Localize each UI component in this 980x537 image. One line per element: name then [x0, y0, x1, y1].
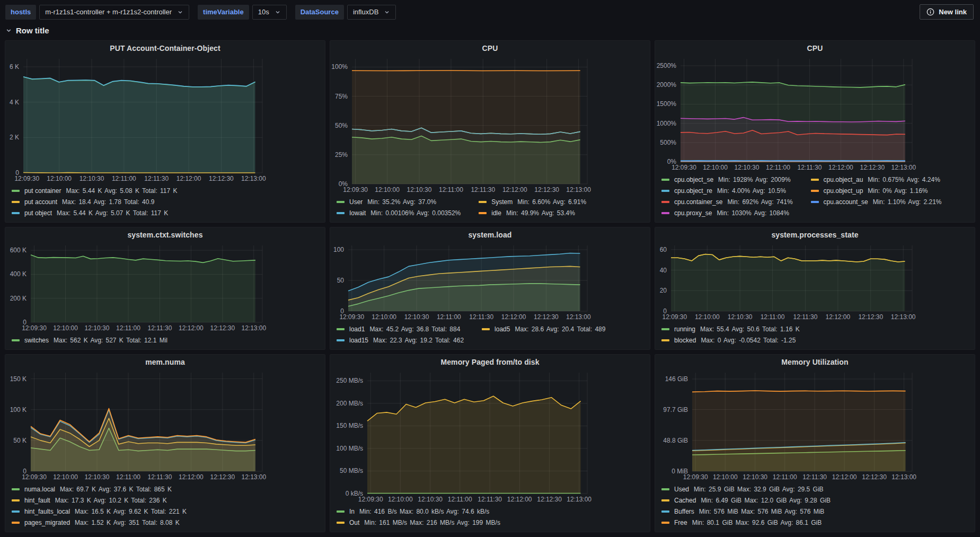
y-tick-label: 20 [660, 287, 667, 294]
x-tick-label: 12:12:00 [502, 186, 527, 193]
row-title: Row title [16, 26, 49, 35]
x-tick-label: 12:10:30 [418, 496, 443, 503]
x-tick-label: 12:12:00 [507, 496, 532, 503]
legend-item[interactable]: cpu.object_reMin: 4.00% Avg: 10.5% [661, 187, 793, 195]
time-series-plot[interactable]: 050100 [330, 242, 650, 311]
legend-item[interactable]: cpu.object_upMin: 0% Avg: 1.16% [811, 187, 942, 195]
x-tick-label: 12:11:30 [802, 473, 827, 481]
y-tick-label: 50 K [13, 437, 27, 444]
legend-item[interactable]: idleMin: 49.9% Avg: 53.4% [479, 209, 586, 217]
panel-header[interactable]: CPU [655, 41, 975, 56]
variable-value-dropdown[interactable]: influxDB [347, 5, 396, 20]
panel-header[interactable]: system.load [330, 227, 650, 242]
panel-header[interactable]: CPU [330, 41, 650, 56]
legend-item[interactable]: load1Max: 45.2 Avg: 36.8 Total: 884 [337, 325, 464, 333]
x-tick-label: 12:12:30 [210, 324, 235, 332]
legend-item[interactable]: numa.localMax: 69.7 K Avg: 37.6 K Total:… [12, 486, 187, 493]
x-tick-label: 12:09:30 [22, 473, 47, 481]
series-color-marker [12, 339, 20, 341]
legend-item[interactable]: cpu.object_auMin: 0.675% Avg: 4.24% [811, 176, 942, 183]
legend-item[interactable]: hint_faultMax: 17.3 K Avg: 10.2 K Total:… [12, 497, 187, 504]
series-color-marker [661, 328, 669, 330]
series-stats: Max: 0 Avg: -0.0542 Total: -1.25 [701, 337, 796, 344]
variable-value-dropdown[interactable]: m-r1z1s1-controller + m-r1z1s2-controlle… [39, 5, 189, 20]
legend-item[interactable]: FreeMin: 80.1 GiB Max: 92.6 GiB Avg: 86.… [661, 519, 831, 526]
series-name: cpu.object_re [674, 187, 712, 195]
y-tick-label: 250 MB/s [336, 377, 363, 384]
x-tick-label: 12:13:00 [891, 313, 916, 321]
panel-header[interactable]: system.processes_state [655, 227, 975, 242]
series-name: Used [674, 486, 689, 493]
new-link-button[interactable]: New link [920, 4, 974, 20]
x-tick-label: 12:12:30 [534, 186, 559, 193]
x-tick-label: 12:10:30 [85, 324, 110, 332]
legend-item[interactable]: runningMax: 55.4 Avg: 50.6 Total: 1.16 K [661, 325, 800, 333]
y-tick-label: 100 [333, 246, 344, 253]
series-color-marker [12, 488, 20, 490]
series-name: Cached [674, 497, 696, 504]
x-tick-label: 12:12:00 [828, 164, 853, 171]
row-header[interactable]: Row title [0, 22, 980, 40]
legend-item[interactable]: SystemMin: 6.60% Avg: 6.91% [479, 198, 586, 206]
chevron-down-icon [275, 9, 281, 15]
variable-value: 10s [258, 8, 269, 16]
panel-title: Memory Utilization [781, 358, 848, 366]
series-color-marker [811, 201, 819, 203]
time-series-plot[interactable]: 0204060 [655, 242, 975, 311]
time-series-plot[interactable]: 02 K4 K6 K [5, 56, 325, 173]
legend-item[interactable]: pages_migratedMax: 1.52 K Avg: 351 Total… [12, 519, 187, 526]
legend-item[interactable]: UsedMin: 25.9 GiB Max: 32.9 GiB Avg: 29.… [661, 486, 831, 493]
y-tick-label: 100 MB/s [336, 445, 363, 452]
variable-value: m-r1z1s1-controller + m-r1z1s2-controlle… [45, 8, 172, 16]
legend-item[interactable]: UserMin: 35.2% Avg: 37.0% [337, 198, 461, 206]
x-tick-label: 12:11:00 [437, 313, 461, 321]
legend-item[interactable]: put objectMax: 5.44 K Avg: 5.07 K Total:… [12, 209, 178, 217]
x-axis-labels: 12:09:3012:10:0012:10:3012:11:0012:11:30… [367, 494, 587, 505]
legend-item[interactable]: put containerMax: 5.44 K Avg: 5.08 K Tot… [12, 187, 178, 195]
legend-item[interactable]: cpu.object_seMin: 1928% Avg: 2009% [661, 176, 793, 183]
panel-header[interactable]: system.ctxt.switches [5, 227, 325, 242]
panel-header[interactable]: Memory Paged from/to disk [330, 355, 650, 369]
time-series-plot[interactable]: 0%500%1000%1500%2000%2500% [655, 56, 975, 162]
panel-header[interactable]: PUT Account-Container-Object [5, 41, 325, 56]
legend-item[interactable]: cpu.proxy_seMin: 1030% Avg: 1084% [661, 209, 793, 217]
legend-item[interactable]: IowaitMin: 0.00106% Avg: 0.00352% [337, 209, 461, 217]
y-tick-label: 4 K [10, 99, 19, 106]
x-axis-labels: 12:09:3012:10:0012:10:3012:11:0012:11:30… [692, 471, 912, 482]
series-name: put container [24, 187, 61, 195]
series-stats: Min: 0.00106% Avg: 0.00352% [370, 209, 461, 217]
legend-item[interactable]: hint_faults_localMax: 16.5 K Avg: 9.62 K… [12, 508, 187, 515]
series-stats: Min: 0% Avg: 1.16% [868, 187, 928, 195]
legend-item[interactable]: load5Max: 28.6 Avg: 20.4 Total: 489 [482, 325, 605, 333]
legend-item[interactable]: BuffersMin: 576 MiB Max: 576 MiB Avg: 57… [661, 508, 831, 515]
time-series-plot[interactable]: 0200 K400 K600 K [5, 242, 325, 322]
legend-item[interactable]: load15Max: 22.3 Avg: 19.2 Total: 462 [337, 337, 464, 344]
variable-value-dropdown[interactable]: 10s [252, 5, 287, 20]
time-series-plot[interactable]: 0 kB/s50 MB/s100 MB/s150 MB/s200 MB/s250… [330, 369, 650, 494]
panel-title: system.processes_state [771, 231, 858, 239]
legend-item[interactable]: cpu.container_seMin: 692% Avg: 741% [661, 198, 793, 206]
x-tick-label: 12:11:30 [147, 473, 172, 481]
y-tick-label: 150 K [10, 375, 27, 383]
series-name: Buffers [674, 508, 694, 515]
legend-item[interactable]: CachedMin: 6.49 GiB Max: 12.0 GiB Avg: 9… [661, 497, 831, 504]
series-color-marker [661, 190, 669, 192]
legend-item[interactable]: InMin: 416 B/s Max: 80.0 kB/s Avg: 74.6 … [337, 508, 500, 515]
series-stats: Min: 161 MB/s Max: 216 MB/s Avg: 199 MB/… [364, 519, 500, 526]
time-series-plot[interactable]: 050 K100 K150 K [5, 369, 325, 471]
time-series-plot[interactable]: 0%25%50%75%100% [330, 56, 650, 184]
panel-header[interactable]: mem.numa [5, 355, 325, 369]
legend-item[interactable]: OutMin: 161 MB/s Max: 216 MB/s Avg: 199 … [337, 519, 500, 526]
time-series-plot[interactable]: 0 MiB48.8 GiB97.7 GiB146 GiB [655, 369, 975, 471]
y-axis-labels: 0204060 [655, 245, 667, 311]
legend-item[interactable]: cpu.account_seMin: 1.10% Avg: 2.21% [811, 198, 942, 206]
legend-item[interactable]: blockedMax: 0 Avg: -0.0542 Total: -1.25 [661, 337, 800, 344]
series-name: numa.local [24, 486, 55, 493]
dashboard-grid: PUT Account-Container-Object 02 K4 K6 K … [0, 40, 980, 532]
x-tick-label: 12:10:00 [388, 496, 413, 503]
legend-item[interactable]: switchesMax: 562 K Avg: 527 K Total: 12.… [12, 337, 167, 344]
x-tick-label: 12:12:30 [210, 473, 235, 481]
dashboard: { "topbar": { "variables": [ { "label": … [0, 0, 980, 537]
legend-item[interactable]: put accountMax: 18.4 Avg: 1.78 Total: 40… [12, 198, 178, 206]
panel-header[interactable]: Memory Utilization [655, 355, 975, 369]
